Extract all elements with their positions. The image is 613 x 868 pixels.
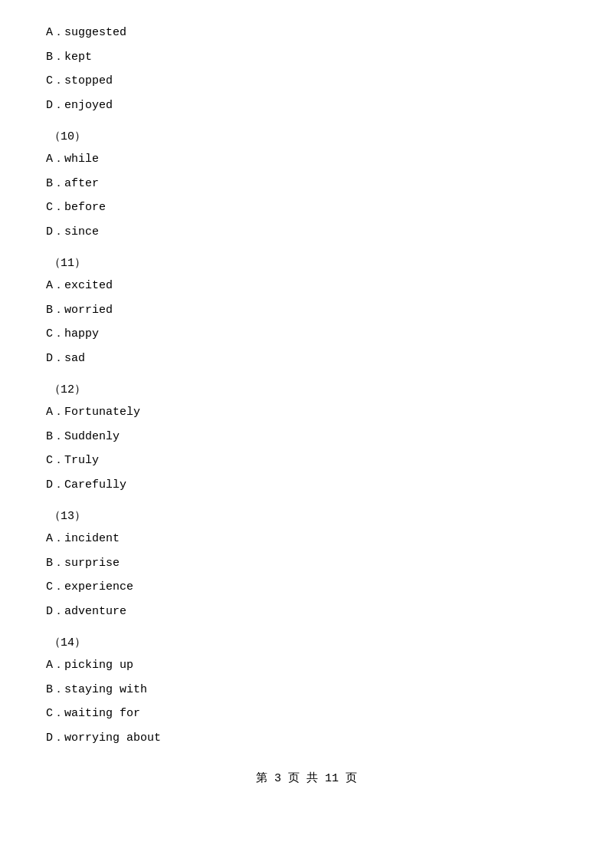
- option-1-1: B．after: [46, 174, 567, 194]
- option-2-0: A．excited: [46, 276, 567, 296]
- question-number-2: （11）: [46, 255, 567, 270]
- option-0-2: C．stopped: [46, 71, 567, 91]
- option-4-3: D．adventure: [46, 602, 567, 622]
- option-0-0: A．suggested: [46, 23, 567, 43]
- page-content: A．suggestedB．keptC．stoppedD．enjoyed（10）A…: [46, 23, 567, 785]
- option-2-3: D．sad: [46, 349, 567, 369]
- option-1-2: C．before: [46, 198, 567, 218]
- option-5-0: A．picking up: [46, 656, 567, 676]
- question-number-3: （12）: [46, 382, 567, 396]
- page-footer: 第 3 页 共 11 页: [46, 771, 567, 785]
- option-5-1: B．staying with: [46, 680, 567, 700]
- option-3-2: C．Truly: [46, 451, 567, 471]
- option-4-0: A．incident: [46, 529, 567, 549]
- question-number-5: （14）: [46, 635, 567, 649]
- option-5-2: C．waiting for: [46, 704, 567, 724]
- question-number-1: （10）: [46, 129, 567, 143]
- option-4-1: B．surprise: [46, 554, 567, 574]
- option-4-2: C．experience: [46, 577, 567, 597]
- option-0-3: D．enjoyed: [46, 96, 567, 116]
- option-5-3: D．worrying about: [46, 728, 567, 748]
- option-3-0: A．Fortunately: [46, 403, 567, 422]
- question-number-4: （13）: [46, 508, 567, 523]
- option-2-2: C．happy: [46, 324, 567, 344]
- option-3-3: D．Carefully: [46, 475, 567, 495]
- option-3-1: B．Suddenly: [46, 427, 567, 447]
- option-1-0: A．while: [46, 150, 567, 169]
- option-1-3: D．since: [46, 222, 567, 242]
- option-0-1: B．kept: [46, 48, 567, 67]
- option-2-1: B．worried: [46, 301, 567, 321]
